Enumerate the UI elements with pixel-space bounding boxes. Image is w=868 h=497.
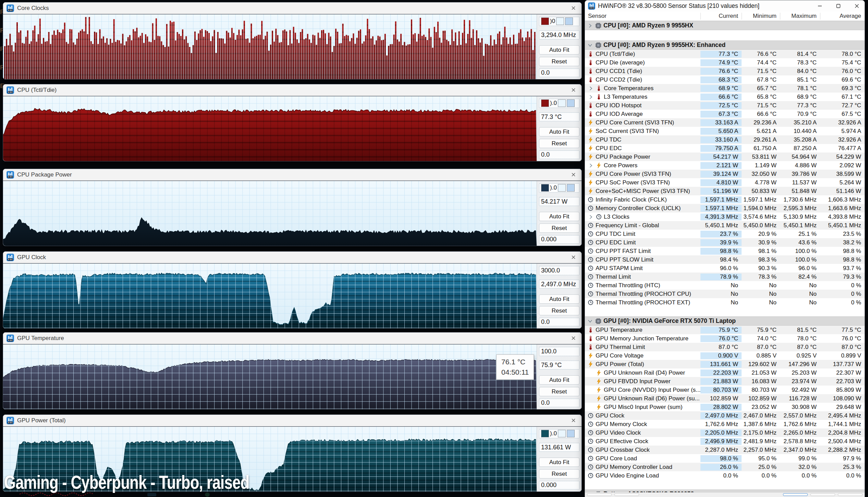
table-row[interactable]: CPU EDC79.750 A61.750 A87.250 A76.477 A — [585, 144, 865, 153]
table-row[interactable]: Core Powers2.121 W1.149 W4.886 W2.092 W — [585, 161, 865, 170]
close-icon[interactable] — [569, 416, 578, 425]
graph-max-value[interactable]: 100.0 — [539, 347, 579, 356]
table-row[interactable]: CPU Package Power54.217 W53.811 W54.964 … — [585, 153, 865, 161]
table-row[interactable]: CPU EDC Limit39.9 %30.9 %43.6 %38.2 % — [585, 238, 865, 247]
graph-plot-cpu-tctl-tdie[interactable] — [3, 96, 537, 161]
graph-min-value[interactable]: 0.0 — [539, 399, 579, 407]
graph-min-value[interactable]: 0.0 — [539, 318, 579, 326]
table-row[interactable]: Frequency Limit - Global5,450.1 MHz5,450… — [585, 221, 865, 230]
table-row[interactable]: Thermal Throttling (PROCHOT EXT)NoNoNo0 … — [585, 298, 865, 307]
table-row[interactable]: GPU Memory Controller Load26.0 %25.0 %32… — [585, 463, 865, 471]
table-row[interactable]: Infinity Fabric Clock (FCLK)1,597.1 MHz1… — [585, 195, 865, 204]
auto-fit-button[interactable]: Auto Fit — [539, 212, 579, 221]
graph-titlebar[interactable]: Core Clocks — [3, 2, 582, 14]
sensor-group-header[interactable]: GPU [#0]: NVIDIA GeForce RTX 5070 Ti Lap… — [585, 316, 865, 326]
grid-color-swatch[interactable] — [567, 430, 575, 437]
graph-min-value[interactable]: 0.0 — [539, 69, 579, 77]
graph-titlebar[interactable]: CPU (Tctl/Tdie) — [3, 84, 582, 96]
table-row[interactable]: GPU Core Voltage0.900 V0.885 V0.925 V0.8… — [585, 351, 865, 360]
close-icon[interactable] — [849, 0, 865, 12]
graph-max-value[interactable]: 3000.0 — [539, 266, 579, 275]
graph-scale-box[interactable]: )0 — [539, 17, 579, 26]
footer-button[interactable] — [587, 493, 612, 496]
sensor-window-titlebar[interactable]: HWiNFO® 32 v8.30-5800 Sensor Status [210… — [585, 0, 865, 12]
graph-plot-gpu-temperature[interactable] — [3, 344, 537, 409]
grid-color-swatch[interactable] — [567, 184, 575, 192]
graph-scale-box[interactable]: ).0 — [539, 99, 579, 108]
table-row[interactable]: GPU Thermal Limit87.0 °C87.0 °C87.0 °C87… — [585, 343, 865, 351]
graph-plot-cpu-package-power[interactable] — [3, 181, 537, 246]
table-row[interactable]: Thermal Limit78.9 %78.3 %82.4 %79.3 % — [585, 272, 865, 281]
table-row[interactable]: GPU Memory Clock1,762.6 MHz1,387.6 MHz1,… — [585, 420, 865, 428]
graph-plot-gpu-clock[interactable] — [3, 264, 537, 328]
table-row[interactable]: GPU Unknown Rail (D6) Power (su...102.85… — [585, 394, 865, 403]
sensor-group-header[interactable]: CPU [#0]: AMD Ryzen 9 9955HX — [585, 21, 865, 30]
column-header-current[interactable]: Current — [700, 13, 742, 20]
close-icon[interactable] — [569, 171, 578, 179]
graph-min-value[interactable]: 0.000 — [539, 235, 579, 244]
graph-titlebar[interactable]: GPU Temperature — [3, 332, 582, 344]
close-icon[interactable] — [569, 253, 578, 262]
background-color-swatch[interactable] — [558, 430, 566, 437]
grid-color-swatch[interactable] — [567, 99, 575, 107]
table-row[interactable]: Thermal Throttling (PROCHOT CPU)NoNoNo0 … — [585, 290, 865, 298]
reset-button[interactable]: Reset — [539, 387, 579, 396]
table-row[interactable]: CPU Core Power (SVI3 TFN)39.124 W32.050 … — [585, 170, 865, 178]
table-row[interactable]: GPU Clock2,497.0 MHz2,467.0 MHz2,557.0 M… — [585, 411, 865, 420]
auto-fit-button[interactable]: Auto Fit — [539, 127, 579, 136]
graph-titlebar[interactable]: CPU Package Power — [3, 169, 582, 181]
table-row[interactable]: CPU IOD Hotspot72.5 °C71.5 °C77.3 °C72.7… — [585, 101, 865, 110]
chevron-right-icon[interactable] — [588, 94, 594, 100]
graph-min-value[interactable]: 0.000 — [539, 481, 579, 489]
table-row[interactable]: SoC Current (SVI3 TFN)5.650 A5.621 A10.4… — [585, 127, 865, 135]
table-row[interactable]: GPU Memory Junction Temperature76.0 °C74… — [585, 334, 865, 343]
table-row[interactable]: GPU Video Engine Load0.0 %0.0 %0.0 %0.0 … — [585, 471, 865, 480]
column-header-average[interactable]: Average — [820, 13, 865, 20]
table-row[interactable]: CPU SoC Power (SVI3 TFN)4.810 W4.778 W11… — [585, 178, 865, 187]
series-color-swatch[interactable] — [541, 99, 549, 107]
table-row[interactable]: Core Temperatures68.9 °C65.7 °C78.1 °C69… — [585, 84, 865, 93]
series-color-swatch[interactable] — [541, 430, 549, 437]
table-row[interactable]: GPU Core (NVVDD) Input Power (s...80.703… — [585, 386, 865, 394]
sensor-column-header[interactable]: SensorCurrentMinimumMaximumAverage — [585, 12, 865, 21]
table-row[interactable]: CPU TDC33.160 A29.261 A35.208 A32.926 A — [585, 135, 865, 144]
table-row[interactable]: GPU FBVDD Input Power21.883 W16.083 W23.… — [585, 377, 865, 386]
footer-button[interactable] — [783, 493, 808, 496]
footer-button[interactable] — [838, 493, 863, 496]
table-row[interactable]: Thermal Throttling (HTC)NoNoNo0 % — [585, 281, 865, 290]
graph-plot-core-clocks[interactable] — [3, 14, 537, 79]
table-row[interactable]: CPU Die (average)74.9 °C74.4 °C78.3 °C75… — [585, 58, 865, 67]
close-icon[interactable] — [569, 334, 578, 342]
chevron-down-icon[interactable] — [587, 318, 593, 324]
footer-button[interactable] — [614, 493, 639, 496]
reset-button[interactable]: Reset — [539, 469, 579, 478]
table-row[interactable]: L3 Clocks4,391.3 MHz3,574.6 MHz5,130.9 M… — [585, 213, 865, 221]
minimize-button[interactable] — [812, 0, 828, 12]
series-color-swatch[interactable] — [541, 184, 549, 192]
auto-fit-button[interactable]: Auto Fit — [539, 294, 579, 304]
graph-titlebar[interactable]: GPU Clock — [3, 252, 582, 263]
table-row[interactable]: APU STAPM Limit96.0 %90.3 %96.0 %93.7 % — [585, 264, 865, 272]
reset-button[interactable]: Reset — [539, 139, 579, 148]
table-row[interactable]: CPU TDC Limit23.7 %20.9 %25.1 %23.5 % — [585, 230, 865, 238]
table-row[interactable]: GPU Power (Total)131.661 W129.602 W147.2… — [585, 360, 865, 368]
sensor-group-header[interactable]: CPU [#0]: AMD Ryzen 9 9955HX: Enhanced — [585, 40, 865, 50]
reset-button[interactable]: Reset — [539, 306, 579, 315]
table-row[interactable]: GPU Effective Clock2,496.9 MHz2,481.9 MH… — [585, 437, 865, 446]
graph-scale-box[interactable]: ).0 — [539, 429, 579, 438]
table-row[interactable]: GPU Unknown Rail (D4) Power22.203 W21.05… — [585, 368, 865, 377]
table-row[interactable]: GPU Crossbar Clock2,287.0 MHz2,257.0 MHz… — [585, 446, 865, 454]
table-row[interactable]: Memory Controller Clock (UCLK)1,597.1 MH… — [585, 204, 865, 213]
reset-button[interactable]: Reset — [539, 223, 579, 233]
grid-color-swatch[interactable] — [565, 17, 573, 25]
auto-fit-button[interactable]: Auto Fit — [539, 458, 579, 467]
table-row[interactable]: CPU Core Current (SVI3 TFN)33.163 A29.23… — [585, 118, 865, 127]
column-header-minimum[interactable]: Minimum — [742, 13, 780, 20]
graph-min-value[interactable]: 0.0 — [539, 150, 579, 159]
graph-titlebar[interactable]: GPU Power (Total) — [3, 415, 582, 426]
auto-fit-button[interactable]: Auto Fit — [539, 45, 579, 54]
reset-button[interactable]: Reset — [539, 57, 579, 66]
background-color-swatch[interactable] — [558, 184, 566, 192]
background-color-swatch[interactable] — [556, 17, 564, 25]
series-color-swatch[interactable] — [541, 17, 549, 25]
